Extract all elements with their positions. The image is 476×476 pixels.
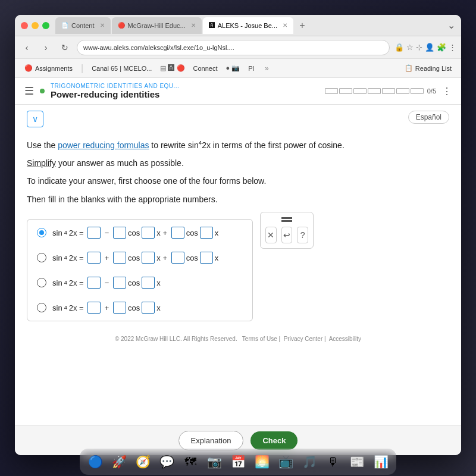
choice-row-3: sin42x = − cosx — [37, 277, 243, 289]
math-choice-3: sin42x = − cosx — [52, 277, 161, 289]
blank-2-3[interactable] — [142, 252, 155, 264]
profile-icon[interactable]: 👤 — [425, 43, 434, 52]
check-button[interactable]: Check — [250, 431, 298, 450]
undo-tool-button[interactable]: ↩ — [281, 227, 293, 243]
tab-mcgrawhill[interactable]: 🔴 McGraw-Hill Educ... ✕ — [112, 17, 202, 34]
menu-icon[interactable]: ⋮ — [449, 43, 456, 52]
address-bar: ‹ › ↻ 🔒 ☆ ⊹ 👤 🧩 ⋮ — [15, 36, 461, 59]
dock-numbers[interactable]: 📊 — [370, 451, 392, 472]
minimize-button[interactable] — [32, 22, 39, 29]
dock-appletv[interactable]: 📺 — [275, 451, 296, 472]
side-tool-panel: ✕ ↩ ? — [260, 212, 314, 249]
dock-facetime[interactable]: 📷 — [203, 451, 225, 472]
address-input[interactable] — [77, 40, 390, 55]
explanation-button[interactable]: Explanation — [178, 431, 244, 450]
blank-2-4[interactable] — [171, 252, 184, 264]
terms-link[interactable]: Terms of Use — [242, 336, 277, 342]
tool-buttons: ✕ ↩ ? — [265, 227, 308, 243]
dock-calendar[interactable]: 📅 — [227, 451, 249, 472]
help-tool-button[interactable]: ? — [297, 227, 308, 243]
blank-3-1[interactable] — [87, 277, 101, 289]
radio-2[interactable] — [37, 253, 46, 262]
tab-aleks[interactable]: 🅰 ALEKS - Josue Be... ✕ — [203, 17, 293, 34]
maximize-button[interactable] — [42, 22, 49, 29]
browser-window: 📄 Content ✕ 🔴 McGraw-Hill Educ... ✕ 🅰 AL… — [15, 15, 461, 455]
instruction-3: To indicate your answer, first choose on… — [27, 174, 449, 187]
bookmark-canal65-label: Canal 65 | MCELO... — [92, 65, 152, 72]
power-formula-link[interactable]: power reducing formulas — [58, 140, 149, 150]
blank-1-3[interactable] — [142, 227, 155, 239]
close-button[interactable] — [21, 22, 28, 29]
prog-box-2 — [339, 88, 352, 94]
star-icon[interactable]: ☆ — [406, 43, 414, 52]
blank-1-5[interactable] — [200, 227, 213, 239]
tab-mcgrawhill-label: McGraw-Hill Educ... — [128, 22, 186, 29]
privacy-link[interactable]: Privacy Center — [284, 336, 323, 342]
fraction-tool — [265, 217, 308, 222]
prog-box-5 — [382, 88, 395, 94]
blank-2-2[interactable] — [113, 252, 126, 264]
forward-button[interactable]: › — [39, 40, 53, 55]
dock-photos[interactable]: 🌅 — [251, 451, 273, 472]
topic-title: Power-reducing identities — [51, 89, 319, 99]
tab-mcgrawhill-close[interactable]: ✕ — [191, 22, 196, 29]
blank-4-3[interactable] — [142, 302, 155, 314]
blank-2-5[interactable] — [200, 252, 213, 264]
blank-3-2[interactable] — [113, 277, 126, 289]
cast-icon[interactable]: ⊹ — [416, 43, 422, 52]
bookmark-pi[interactable]: Pl — [243, 64, 259, 73]
blank-1-4[interactable] — [171, 227, 184, 239]
instruction-4: Then fill in the blanks with the appropr… — [27, 193, 449, 206]
dock-maps[interactable]: 🗺 — [180, 451, 201, 472]
reading-list-icon: 📋 — [405, 64, 413, 72]
blank-1-1[interactable] — [87, 227, 101, 239]
radio-4[interactable] — [37, 303, 46, 312]
dock-podcasts[interactable]: 🎙 — [322, 451, 344, 472]
clear-tool-button[interactable]: ✕ — [265, 227, 277, 243]
separator-1: | — [81, 63, 83, 74]
tab-menu-icon[interactable]: ⌄ — [447, 20, 455, 31]
bookmark-assignments[interactable]: 🔴 Assignments — [20, 63, 77, 73]
accessibility-link[interactable]: Accessibility — [329, 336, 361, 342]
dock-news[interactable]: 📰 — [346, 451, 368, 472]
chevron-down-icon[interactable]: ∨ — [27, 111, 43, 127]
blank-4-2[interactable] — [113, 302, 126, 314]
extra-icons: ▤ 🅰 🔴 — [160, 64, 184, 72]
choice-row-2: sin42x = + cosx + cosx — [37, 252, 243, 264]
bookmark-connect[interactable]: Connect — [189, 64, 223, 73]
prog-box-6 — [396, 88, 409, 94]
tab-content-close[interactable]: ✕ — [100, 22, 105, 29]
copyright: © 2022 McGraw Hill LLC. All Rights Reser… — [27, 333, 449, 345]
tab-aleks-close[interactable]: ✕ — [283, 22, 287, 29]
math-choice-1: sin42x = − cosx + cosx — [52, 227, 218, 239]
radio-1[interactable] — [37, 228, 46, 237]
hamburger-icon[interactable]: ☰ — [24, 84, 34, 98]
dock-music[interactable]: 🎵 — [299, 451, 320, 472]
fraction-bottom — [281, 220, 292, 222]
progress-area: 0/5 — [325, 87, 436, 95]
radio-3[interactable] — [37, 278, 46, 287]
dock-finder[interactable]: 🔵 — [84, 451, 106, 472]
blank-1-2[interactable] — [113, 227, 126, 239]
kebab-icon[interactable]: ⋮ — [442, 86, 452, 97]
espanol-button[interactable]: Español — [408, 111, 449, 124]
shield-icon: 🔒 — [394, 43, 404, 52]
blank-4-1[interactable] — [87, 302, 101, 314]
tab-content[interactable]: 📄 Content ✕ — [55, 17, 111, 34]
dock-messages[interactable]: 💬 — [156, 451, 177, 472]
dock-safari[interactable]: 🧭 — [132, 451, 154, 472]
choices-area: sin42x = − cosx + cosx sin42x = + cosx +… — [27, 212, 449, 321]
traffic-lights — [21, 22, 49, 29]
instruction-2: Simplify your answer as much as possible… — [27, 156, 449, 170]
reload-button[interactable]: ↻ — [58, 40, 72, 55]
dock-launchpad[interactable]: 🚀 — [108, 451, 130, 472]
prog-box-3 — [353, 88, 367, 94]
new-tab-button[interactable]: + — [295, 18, 310, 33]
blank-3-3[interactable] — [142, 277, 155, 289]
bookmark-canal65[interactable]: Canal 65 | MCELO... — [87, 64, 156, 73]
extension-icon[interactable]: 🧩 — [437, 43, 446, 52]
back-button[interactable]: ‹ — [20, 40, 34, 55]
blank-2-1[interactable] — [87, 252, 101, 264]
more-bookmarks[interactable]: » — [265, 64, 269, 73]
reading-list-button[interactable]: 📋 Reading List — [400, 63, 456, 73]
